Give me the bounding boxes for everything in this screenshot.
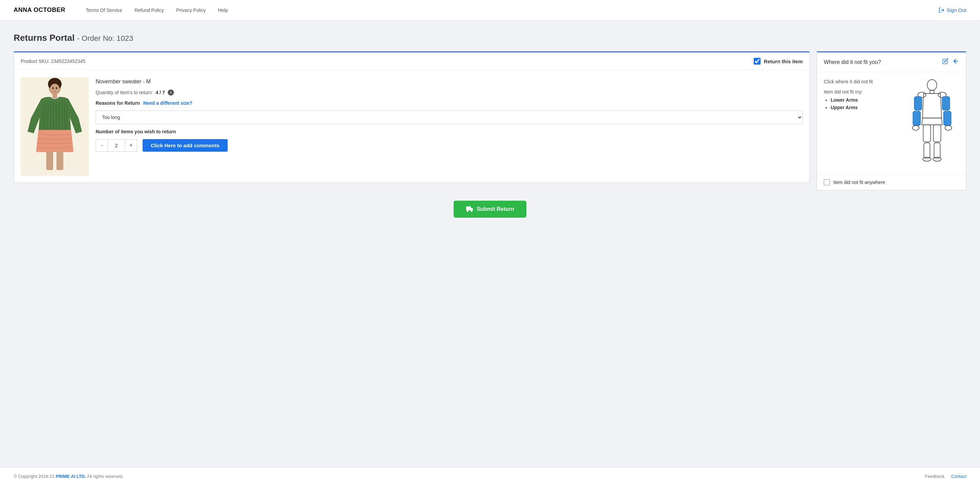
qty-minus-button[interactable]: - [95, 140, 108, 152]
sku-value: 2345223452345 [51, 59, 86, 64]
qty-display: 2 [108, 140, 125, 152]
svg-point-27 [467, 210, 469, 212]
submit-return-button[interactable]: Submit Return [453, 201, 527, 218]
svg-rect-22 [933, 125, 941, 142]
product-image-container [21, 77, 89, 176]
svg-rect-18 [942, 97, 950, 110]
need-size-link[interactable]: Need a different size? [143, 100, 192, 106]
add-comments-button[interactable]: Click Here to add comments [143, 139, 228, 152]
qty-row-controls: - 2 + Click Here to add comments [95, 139, 803, 152]
fit-panel-header: Where did it not fit you? [817, 52, 966, 72]
svg-point-25 [923, 157, 931, 161]
svg-rect-23 [924, 143, 930, 158]
product-image [21, 77, 89, 176]
svg-point-9 [56, 87, 57, 89]
svg-point-17 [912, 126, 919, 130]
edit-icon-button[interactable] [942, 58, 948, 66]
fit-panel-body: Click where it did not fit Item did not … [817, 72, 966, 174]
svg-point-8 [52, 87, 54, 89]
return-checkbox-label: Return this item [764, 59, 803, 64]
sku-label: Product SKU: 2345223452345 [21, 59, 86, 64]
svg-point-28 [471, 210, 473, 212]
back-arrow-icon [953, 58, 959, 65]
reasons-header: Reasons for Return Need a different size… [95, 100, 803, 106]
footer-feedback[interactable]: Feedback [925, 474, 944, 479]
fit-areas-list: Lower Arms Upper Arms [824, 97, 898, 110]
order-number: - Order No: 1023 [77, 34, 133, 43]
did-not-fit-label: Item did not fit my: [824, 89, 898, 95]
product-details: November sweater - M Quantity of Item's … [95, 77, 803, 176]
fit-area-lower-arms: Lower Arms [830, 97, 898, 103]
svg-rect-15 [914, 97, 922, 110]
footer-links: Feedback Contact [925, 474, 966, 479]
return-count-label: Number of items you wish to return [95, 129, 803, 134]
click-instruction: Click where it did not fit [824, 79, 898, 84]
nav-terms[interactable]: Terms Of Service [86, 8, 122, 13]
panel-header: Product SKU: 2345223452345 Return this i… [14, 52, 810, 70]
signout-button[interactable]: Sign Out [939, 7, 966, 13]
footer-brand: PRIME AI LTD. [56, 474, 86, 479]
nav-privacy[interactable]: Privacy Policy [176, 8, 206, 13]
fit-panel: Where did it not fit you? [817, 51, 966, 191]
signout-label: Sign Out [947, 7, 966, 13]
panels-container: Product SKU: 2345223452345 Return this i… [14, 51, 966, 191]
nav-refund[interactable]: Refund Policy [134, 8, 164, 13]
svg-rect-16 [913, 111, 920, 126]
footer-contact[interactable]: Contact [951, 474, 966, 479]
brand-logo: ANNA OCTOBER [14, 6, 65, 14]
fit-area-upper-arms: Upper Arms [830, 105, 898, 110]
body-diagram-svg[interactable] [908, 79, 956, 167]
anywhere-checkbox[interactable] [824, 179, 830, 185]
svg-point-20 [945, 126, 952, 130]
product-panel: Product SKU: 2345223452345 Return this i… [14, 51, 810, 183]
fit-info: Click where it did not fit Item did not … [824, 79, 898, 167]
panel-body: November sweater - M Quantity of Item's … [14, 70, 810, 183]
fit-panel-title: Where did it not fit you? [824, 59, 881, 65]
anywhere-row: Item did not fit anywhere [817, 174, 966, 190]
main-content: Returns Portal - Order No: 1023 Product … [0, 21, 980, 468]
info-icon[interactable]: i [168, 89, 174, 95]
product-name: November sweater - M [95, 79, 803, 85]
svg-rect-5 [46, 151, 53, 170]
svg-point-7 [50, 84, 60, 95]
body-diagram[interactable] [905, 79, 959, 167]
signout-icon [939, 7, 945, 13]
truck-icon [466, 205, 473, 213]
svg-rect-24 [934, 143, 940, 158]
submit-section: Submit Return [14, 191, 966, 224]
anywhere-label: Item did not fit anywhere [833, 180, 885, 185]
fit-panel-icons [942, 58, 959, 66]
return-checkbox[interactable] [754, 58, 760, 65]
svg-rect-21 [923, 125, 931, 142]
reasons-label: Reasons for Return [95, 100, 140, 106]
footer-copyright: © Copyright 2018-21 PRIME AI LTD. All ri… [14, 474, 124, 479]
nav-help[interactable]: Help [218, 8, 228, 13]
page-title: Returns Portal - Order No: 1023 [14, 33, 966, 43]
navbar: ANNA OCTOBER Terms Of Service Refund Pol… [0, 0, 980, 21]
edit-icon [942, 58, 948, 64]
svg-rect-19 [943, 111, 951, 126]
svg-rect-6 [56, 151, 63, 170]
qty-plus-button[interactable]: + [125, 140, 137, 152]
svg-point-26 [933, 157, 941, 161]
return-checkbox-row: Return this item [754, 58, 803, 65]
quantity-fraction: 4 / 7 [156, 90, 165, 95]
quantity-controls: - 2 + [95, 140, 137, 152]
nav-links: Terms Of Service Refund Policy Privacy P… [86, 8, 925, 13]
svg-point-11 [927, 80, 937, 91]
quantity-row: Quantity of Item's to return: 4 / 7 i [95, 89, 803, 95]
submit-label: Submit Return [477, 206, 514, 212]
reason-select[interactable]: Too longToo shortToo bigToo smallDefecti… [95, 111, 803, 124]
footer: © Copyright 2018-21 PRIME AI LTD. All ri… [0, 468, 980, 485]
back-arrow-button[interactable] [953, 58, 959, 66]
